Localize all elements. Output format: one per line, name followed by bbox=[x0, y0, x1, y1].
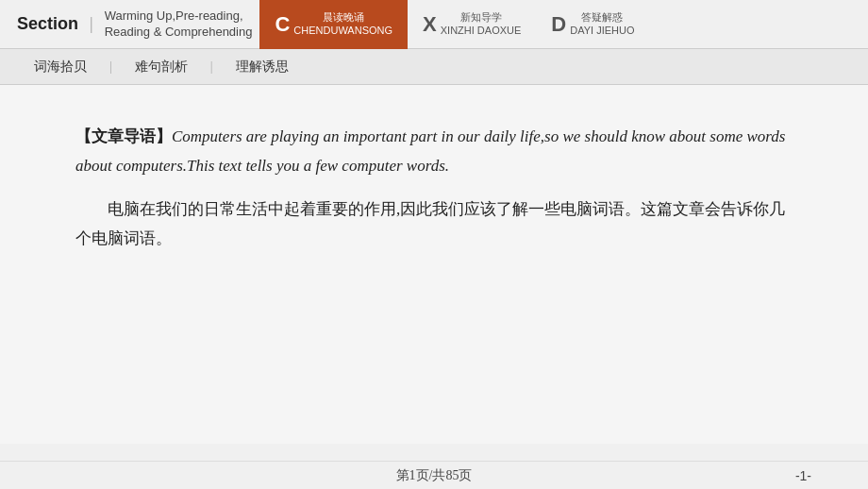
bracket-label: 【文章导语】 bbox=[75, 127, 172, 145]
section-label: Section bbox=[9, 14, 86, 34]
sub-nav-lijielyousi[interactable]: 理解诱思 bbox=[221, 55, 304, 79]
main-content: 【文章导语】Computers are playing an important… bbox=[0, 85, 868, 444]
footer: 第1页/共85页 -1- bbox=[0, 461, 868, 489]
warming-label: Warming Up,Pre-reading,Reading & Compreh… bbox=[97, 8, 260, 41]
tab-text-chenduwansong: 晨读晚诵CHENDUWANSONG bbox=[293, 11, 392, 36]
tab-text-xinzhidaoxue: 新知导学XINZHI DAOXUE bbox=[441, 11, 522, 36]
nav-divider: | bbox=[90, 14, 93, 34]
tab-dayijiehua[interactable]: D 答疑解惑DAYI JIEHUO bbox=[536, 0, 649, 49]
page-number: -1- bbox=[795, 468, 811, 483]
tab-letter-d: D bbox=[551, 12, 566, 37]
tab-chenduwansong[interactable]: C 晨读晚诵CHENDUWANSONG bbox=[259, 0, 408, 49]
sub-nav-nanjupouxi[interactable]: 难句剖析 bbox=[120, 55, 203, 79]
sub-navigation: 词海拾贝 | 难句剖析 | 理解诱思 bbox=[0, 49, 868, 85]
page-indicator: 第1页/共85页 bbox=[396, 467, 473, 484]
chinese-intro: 电脑在我们的日常生活中起着重要的作用,因此我们应该了解一些电脑词语。这篇文章会告… bbox=[75, 195, 793, 253]
article-intro: 【文章导语】Computers are playing an important… bbox=[75, 123, 793, 180]
english-intro: Computers are playing an important part … bbox=[75, 127, 785, 175]
tab-xinzhidaoxue[interactable]: X 新知导学XINZHI DAOXUE bbox=[408, 0, 536, 49]
top-navigation: Section | Warming Up,Pre-reading,Reading… bbox=[0, 0, 868, 49]
tab-letter-c: C bbox=[275, 12, 290, 37]
tab-text-dayijiehua: 答疑解惑DAYI JIEHUO bbox=[570, 11, 634, 36]
tab-letter-x: X bbox=[423, 12, 437, 37]
sub-nav-cihaishibei[interactable]: 词海拾贝 bbox=[19, 55, 102, 79]
